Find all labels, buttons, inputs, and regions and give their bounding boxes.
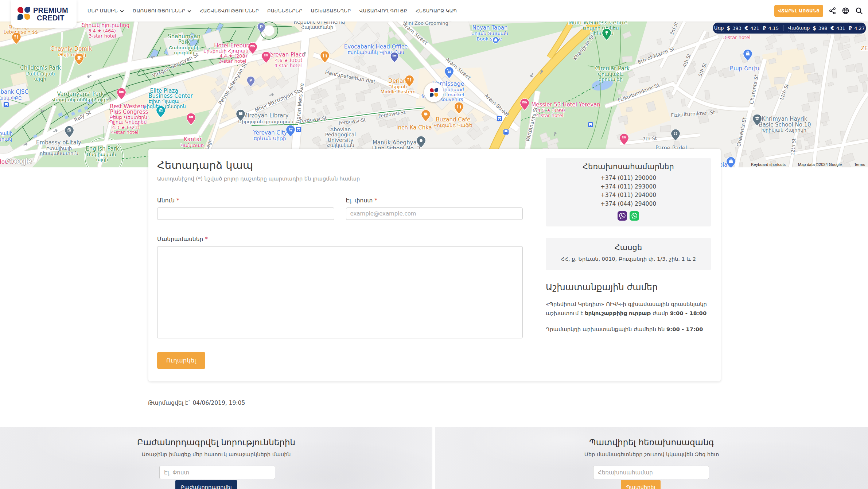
map-marker-arrow [528,71,536,81]
hours-paragraph-2: Դրամարկղի աշխատանքային ժամերն են 9:00 - … [546,325,711,334]
map-marker-bus[interactable] [588,122,593,129]
nav-item[interactable]: ԾԱՌԱՅՈՒԹՅՈՒՆՆԵՐ [132,8,191,13]
currency-symbol: $ [813,25,816,31]
map-label: Hotel Erebuni [214,43,251,48]
nav-item[interactable]: ՄԵՐ ՄԱՍԻՆ [87,8,124,13]
email-label: Էլ. փոստ * [346,197,523,204]
map-label: 4-star hotel [536,113,563,118]
email-input[interactable] [346,207,523,220]
map-marker-hotel[interactable] [187,113,196,127]
map-label: Մուլտի Վելնես [583,26,619,31]
map-marker-arrow [85,72,93,82]
map-label: Բար Շուխ [729,66,759,71]
map-marker-restaurant[interactable] [12,32,21,46]
details-label: Մանրամասներ * [157,236,523,242]
map-marker-padel[interactable] [671,129,680,143]
map-label: 4th St [682,53,692,68]
phone-number[interactable]: +374 (011) 294000 [553,191,704,200]
currency-value: 393 [732,26,742,31]
nav-item[interactable]: ՀԵՏԱԴԱՐՁ ԿԱՊ [416,8,457,13]
logo[interactable]: PREMIUM CREDIT [11,0,77,28]
map-marker-park-green[interactable] [602,28,611,42]
logo-line2: CREDIT [37,14,65,22]
share-icon[interactable] [829,7,836,15]
map-marker-school[interactable] [753,114,762,128]
map-marker-bus[interactable] [503,129,509,136]
callback-button[interactable]: Պատվիրել [621,480,661,489]
send-button[interactable]: Ուղարկել [157,352,205,369]
map-label: Էրեբունի Հյուրանոց [203,48,254,53]
map-marker-hotel[interactable] [262,51,271,65]
phone-number[interactable]: +374 (011) 290000 [553,174,704,183]
nav-item[interactable]: ՀԱՇՎԵՏՎՈՒԹՅՈՒՆՆԵՐ [200,8,259,13]
map-marker-premium-logo[interactable] [424,82,444,102]
whatsapp-icon[interactable] [630,211,639,221]
subscribe-button[interactable]: Բաժանորդագրվել [175,480,237,489]
map-label: nbank CJSC [0,89,28,95]
map-label: Օղակաձև [598,72,624,77]
map-marker-cart-blue[interactable] [286,125,295,139]
required-asterisk: * [176,197,179,204]
map-label: Շահումյանի [168,45,200,50]
map-label: Derian [388,78,406,84]
map-marker-hotel[interactable] [620,133,629,147]
map-terms-link[interactable]: Terms [854,162,865,167]
address-box: Հասցե ՀՀ, ք. Երևան, 0010, Բուզանդի փ. 1/… [546,238,711,270]
map-marker-parking[interactable]: P [257,23,265,35]
map-marker-cart-blue[interactable] [445,67,454,80]
map-label: Plus Congress [110,109,148,115]
phones-title: Հեռախոսահամարներ [553,162,704,171]
phone-number[interactable]: +374 (044) 294000 [553,200,704,209]
map-label: Pedagogical [325,132,356,137]
map[interactable]: ԹաբուլեLebanese • $$Chayniy DomikԹեյի տն… [0,22,868,167]
map-marker-restaurant[interactable] [405,75,414,89]
map-marker-restaurant[interactable] [320,51,330,65]
footer-callback: Պատվիրել հեռախոսազանգ Մեր մասնագետները շ… [435,427,868,489]
map-marker-cafe[interactable] [75,53,84,67]
map-label: 4.5 ★ (199) [537,108,565,113]
map-marker-bus[interactable] [4,102,9,109]
map-marker-shop-blue[interactable] [743,49,752,63]
name-label: Անուն * [157,197,334,204]
nav-item[interactable]: ԲԱԺՆԵՏԵՐԵՐ [267,8,303,13]
map-label: Middle Eastern [381,89,416,94]
map-marker-parking[interactable]: P [247,76,255,88]
map-keyboard-shortcuts[interactable]: Keyboard shortcuts [751,162,786,167]
pay-online-button[interactable]: ՎՃԱՐԵԼ ԱՌՑԱՆՑ [774,5,823,17]
map-marker-embassy[interactable] [65,126,74,139]
map-marker-hotel[interactable] [520,98,529,112]
search-icon[interactable] [855,7,863,15]
map-marker-cafe[interactable] [421,110,431,123]
phone-number[interactable]: +374 (011) 293000 [553,183,704,191]
map-marker-lodging-indigo[interactable] [390,52,398,64]
map-marker-library[interactable] [236,109,245,123]
currency-symbol: ₽ [763,25,766,31]
map-label: Basic School No.10 [759,122,811,128]
map-label: 3-star hotel [723,35,750,40]
language-globe-icon[interactable] [842,7,849,15]
map-marker-hotel[interactable] [248,42,257,56]
currency-buy-label: Առք [714,25,724,31]
updated-timestamp: Թարմացվել է` 04/06/2019, 19:05 [148,400,245,406]
map-marker-bus[interactable] [497,116,502,123]
map-label: Noyan Tapan [472,25,508,31]
main-nav: ՄԵՐ ՄԱՍԻՆԾԱՌԱՅՈՒԹՅՈՒՆՆԵՐՀԱՇՎԵՏՎՈՒԹՅՈՒՆՆԵ… [87,0,457,22]
map-marker-restaurant[interactable] [455,102,464,116]
map-marker-pin-plain[interactable] [417,136,426,150]
viber-icon[interactable] [618,211,627,221]
map-marker-business-teal[interactable] [156,106,166,119]
map-marker-hotel[interactable] [117,88,126,101]
logo-line1: PREMIUM [33,6,68,14]
details-textarea[interactable] [157,246,523,338]
map-marker-metro[interactable] [296,127,301,134]
map-marker-circle-blue[interactable] [492,36,499,45]
map-label: Հայաստանի [301,25,333,30]
nav-item[interactable]: ԱՇԽԱՏԱՏԵՂԵՐ [311,8,351,13]
map-label: Անգլիական [87,152,116,157]
chevron-down-icon [120,10,124,12]
subscribe-email-input[interactable] [159,466,275,479]
callback-phone-input[interactable] [593,466,709,479]
map-marker-shop-blue[interactable] [727,157,736,167]
name-input[interactable] [157,207,334,220]
nav-item[interactable]: ՎԱՃԱՌՎՈՂ ԳՈՒՅՔ [359,8,408,13]
